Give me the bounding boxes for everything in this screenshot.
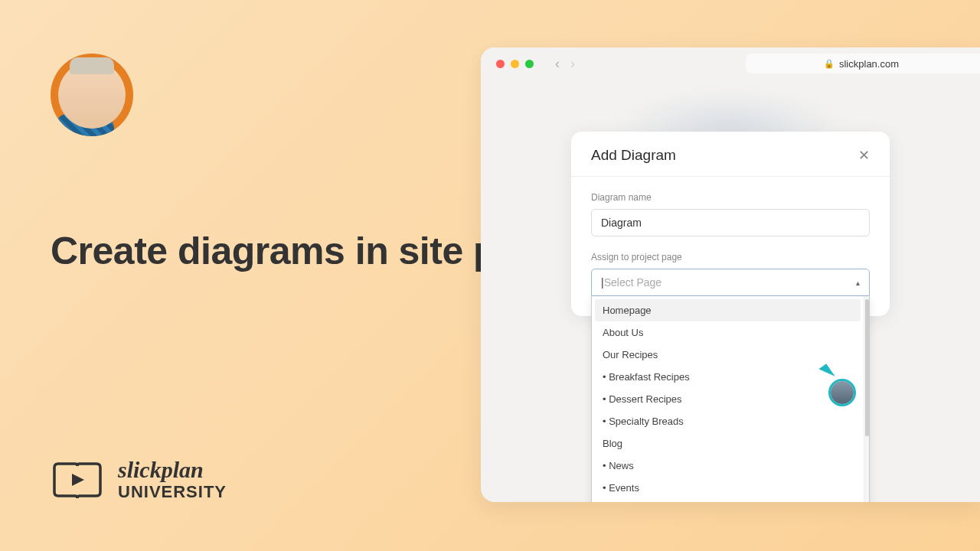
- modal-header: Add Diagram ✕: [571, 132, 890, 176]
- slide-canvas: Create diagrams in site planning project…: [0, 0, 980, 551]
- caret-up-icon: ▴: [856, 279, 860, 287]
- diagram-name-label: Diagram name: [591, 192, 870, 203]
- dropdown-option[interactable]: Our Recipes: [595, 344, 861, 366]
- scrollbar-thumb[interactable]: [865, 299, 869, 436]
- dropdown-option[interactable]: About Us: [595, 321, 861, 344]
- diagram-name-input[interactable]: [591, 209, 870, 236]
- maximize-window-icon[interactable]: [525, 60, 534, 68]
- page-content: Add Diagram ✕ Diagram name Assign to pro…: [481, 80, 980, 502]
- assign-page-label: Assign to project page: [591, 252, 870, 262]
- close-icon[interactable]: ✕: [858, 147, 870, 164]
- dropdown-option[interactable]: Homepage: [595, 299, 861, 321]
- avatar-image: [831, 381, 854, 404]
- dropdown-option[interactable]: Blog: [595, 432, 861, 455]
- address-bar[interactable]: 🔒 slickplan.com: [746, 54, 980, 73]
- brand-lockup: slickplan UNIVERSITY: [51, 458, 227, 504]
- browser-window: ‹ › 🔒 slickplan.com Add Diagram ✕ Diagra…: [481, 47, 980, 502]
- add-diagram-modal: Add Diagram ✕ Diagram name Assign to pro…: [571, 132, 890, 316]
- dropdown-option[interactable]: • Specialty Breads: [595, 410, 861, 432]
- minimize-window-icon[interactable]: [511, 60, 519, 68]
- dropdown-option[interactable]: • Events: [595, 477, 861, 499]
- select-placeholder: |Select Page: [601, 276, 662, 289]
- collaborator-cursor: [822, 365, 856, 406]
- url-text: slickplan.com: [839, 58, 899, 70]
- nav-arrows: ‹ ›: [555, 56, 575, 72]
- collaborator-avatar: [828, 379, 856, 406]
- dropdown-option[interactable]: • News: [595, 455, 861, 477]
- dropdown-scrollbar[interactable]: [864, 296, 869, 502]
- back-button[interactable]: ‹: [555, 56, 560, 72]
- modal-title: Add Diagram: [591, 147, 676, 164]
- brand-sub: UNIVERSITY: [118, 481, 227, 504]
- modal-body: Diagram name Assign to project page |Sel…: [571, 177, 890, 316]
- page-select[interactable]: |Select Page ▴: [591, 269, 870, 296]
- brand-text: slickplan UNIVERSITY: [118, 458, 227, 504]
- book-play-icon: [51, 460, 104, 502]
- avatar-hat: [70, 57, 114, 74]
- page-select-wrap: |Select Page ▴ HomepageAbout UsOur Recip…: [591, 269, 870, 296]
- close-window-icon[interactable]: [496, 60, 505, 68]
- dropdown-option[interactable]: Online Shop: [595, 499, 861, 502]
- lock-icon: 🔒: [824, 59, 835, 69]
- forward-button[interactable]: ›: [570, 56, 575, 72]
- dropdown-option[interactable]: • Dessert Recipes: [595, 388, 861, 410]
- avatar-face: [58, 61, 126, 129]
- traffic-lights: [496, 60, 534, 68]
- instructor-avatar: [51, 54, 133, 136]
- browser-chrome: ‹ › 🔒 slickplan.com: [481, 47, 980, 80]
- brand-name: slickplan: [118, 458, 227, 481]
